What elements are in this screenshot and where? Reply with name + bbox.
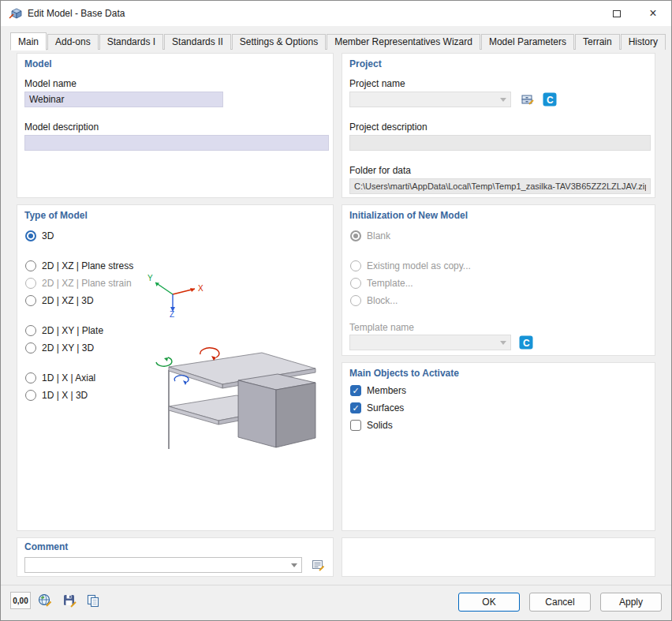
svg-text:C: C <box>547 95 554 106</box>
checkbox-checked-icon[interactable]: ✓ <box>350 402 361 413</box>
project-manager-button[interactable] <box>517 92 538 107</box>
close-button[interactable]: × <box>635 1 671 26</box>
radio-label: Block... <box>367 295 398 306</box>
radio-3d[interactable]: 3D <box>25 227 133 245</box>
radio-button-icon[interactable] <box>25 325 36 336</box>
radio-2d-xy-3d[interactable]: 2D | XY | 3D <box>25 339 133 357</box>
main-objects-checkbox-list: ✓Members✓SurfacesSolids <box>350 382 406 434</box>
checkbox-members[interactable]: ✓Members <box>350 382 406 399</box>
radio-template: Template... <box>350 275 471 292</box>
cancel-button[interactable]: Cancel <box>529 593 591 612</box>
open-template-app-button[interactable]: C <box>517 335 535 350</box>
display-settings-button[interactable] <box>35 592 54 609</box>
project-name-label: Project name <box>349 78 405 89</box>
radio-existing-model-as-copy: Existing model as copy... <box>350 257 471 275</box>
tab-terrain[interactable]: Terrain <box>575 34 620 50</box>
radio-label: Existing model as copy... <box>367 260 471 271</box>
radio-label: 2D | XY | Plate <box>42 325 103 336</box>
title-bar[interactable]: Edit Model - Base Data × <box>1 1 671 26</box>
checkbox-checked-icon[interactable]: ✓ <box>350 385 361 396</box>
initialization-panel: Initialization of New Model BlankExistin… <box>342 204 655 356</box>
tab-model-parameters[interactable]: Model Parameters <box>481 34 574 50</box>
radio-button-icon[interactable] <box>25 390 36 401</box>
initialization-heading: Initialization of New Model <box>349 210 468 221</box>
comment-heading: Comment <box>24 541 68 552</box>
model-preview-image <box>144 337 329 467</box>
tab-strip: MainAdd-onsStandards IStandards IISettin… <box>10 32 662 50</box>
radio-button-icon[interactable] <box>25 260 36 271</box>
radio-2d-xz-plane-strain: 2D | XZ | Plane strain <box>25 275 133 292</box>
checkbox-label: Members <box>367 385 406 396</box>
project-manager-icon <box>521 93 535 106</box>
radio-button-icon[interactable] <box>25 295 36 306</box>
save-icon <box>62 593 77 608</box>
tab-settings-options[interactable]: Settings & Options <box>232 34 326 50</box>
radio-button-icon[interactable] <box>25 342 36 354</box>
radio-button-icon <box>350 260 361 271</box>
radio-block: Block... <box>350 292 471 309</box>
tab-member-representatives-wizard[interactable]: Member Representatives Wizard <box>327 34 480 50</box>
app-icon <box>9 7 23 20</box>
radio-2d-xz-3d[interactable]: 2D | XZ | 3D <box>25 292 133 309</box>
radio-label: 2D | XZ | Plane stress <box>42 260 133 271</box>
project-heading: Project <box>349 58 382 69</box>
predefined-comments-button[interactable] <box>308 557 328 573</box>
tab-history[interactable]: History <box>621 34 666 50</box>
radio-label: 2D | XZ | 3D <box>42 295 94 306</box>
open-project-manager-app-button[interactable]: C <box>541 92 558 107</box>
radio-2d-xz-plane-stress[interactable]: 2D | XZ | Plane stress <box>25 257 133 275</box>
save-as-template-button[interactable] <box>59 592 80 609</box>
checkbox-solids[interactable]: Solids <box>350 417 406 434</box>
apply-button[interactable]: Apply <box>600 593 662 612</box>
radio-2d-xy-plate[interactable]: 2D | XY | Plate <box>25 322 133 339</box>
close-icon: × <box>649 7 656 20</box>
radio-1d-x-axial[interactable]: 1D | X | Axial <box>25 369 133 387</box>
comment-select[interactable] <box>24 557 302 573</box>
globe-edit-icon <box>38 593 52 608</box>
maximize-button[interactable] <box>599 1 635 26</box>
edit-model-dialog: Edit Model - Base Data × MainAdd-onsStan… <box>0 0 672 621</box>
tab-main[interactable]: Main <box>10 32 47 51</box>
radio-1d-x-3d[interactable]: 1D | X | 3D <box>25 387 133 404</box>
empty-panel <box>342 537 655 577</box>
radio-label: 2D | XZ | Plane strain <box>42 278 132 289</box>
units-label: 0,00 <box>13 597 28 605</box>
template-name-select <box>349 335 511 350</box>
units-settings-button[interactable]: 0,00 <box>10 592 31 609</box>
radio-label: 2D | XY | 3D <box>42 342 94 354</box>
model-description-label: Model description <box>24 122 99 133</box>
copy-icon <box>86 593 100 608</box>
maximize-icon <box>613 10 621 17</box>
checkbox-surfaces[interactable]: ✓Surfaces <box>350 399 406 417</box>
model-name-input[interactable] <box>24 92 223 107</box>
chevron-down-icon <box>287 563 301 567</box>
chevron-down-icon <box>496 98 510 102</box>
radio-label: Blank <box>367 230 390 241</box>
dlubal-c-icon: C <box>519 335 533 350</box>
type-of-model-heading: Type of Model <box>24 210 88 221</box>
model-heading: Model <box>24 58 52 69</box>
tab-standards-i[interactable]: Standards I <box>99 34 163 50</box>
tab-add-ons[interactable]: Add-ons <box>47 34 99 50</box>
model-description-input[interactable] <box>24 135 329 151</box>
radio-blank: Blank <box>350 227 471 245</box>
main-objects-heading: Main Objects to Activate <box>349 368 459 379</box>
template-name-label: Template name <box>349 322 414 333</box>
chevron-down-icon <box>496 341 510 345</box>
folder-for-data-label: Folder for data <box>349 165 411 176</box>
footer-bar: 0,00 <box>1 585 671 620</box>
predefined-comments-icon <box>312 559 325 571</box>
ok-button[interactable]: OK <box>458 593 520 612</box>
axis-y-label: Y <box>147 274 153 282</box>
dlubal-c-icon: C <box>543 92 557 107</box>
comment-panel: Comment <box>17 537 334 577</box>
axis-x-label: X <box>198 284 203 293</box>
project-name-select <box>349 92 511 107</box>
tab-standards-ii[interactable]: Standards II <box>164 34 231 50</box>
radio-button-icon <box>350 295 361 306</box>
radio-button-icon[interactable] <box>25 230 36 241</box>
checkbox-unchecked-icon[interactable] <box>350 420 361 431</box>
radio-button-icon[interactable] <box>25 372 36 383</box>
project-description-input <box>349 135 651 151</box>
copy-settings-button[interactable] <box>83 592 103 609</box>
